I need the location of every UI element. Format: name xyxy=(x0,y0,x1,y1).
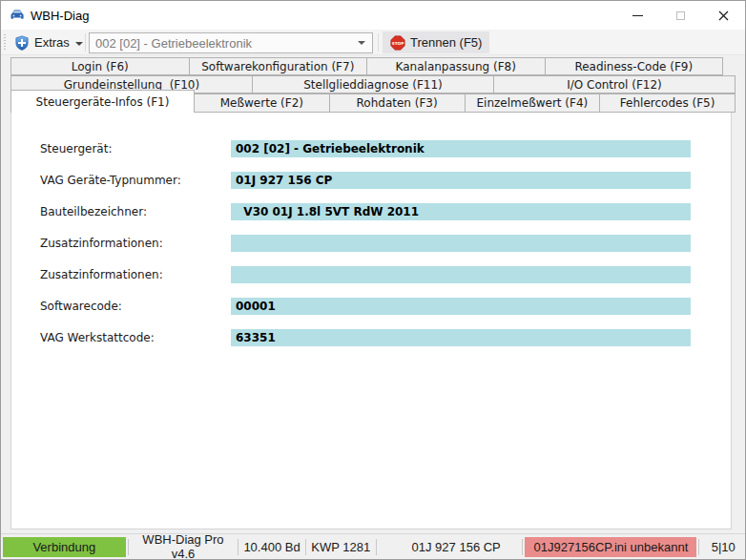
status-separator xyxy=(128,539,129,555)
info-row: VAG Geräte-Typnummer: 01J 927 156 CP xyxy=(11,172,731,189)
tab-messwerte[interactable]: Meßwerte (F2) xyxy=(194,93,330,113)
extras-label: Extras xyxy=(34,35,70,50)
tab-fehlercodes[interactable]: Fehlercodes (F5) xyxy=(599,93,736,113)
chevron-down-icon xyxy=(358,41,365,45)
field-label: Softwarecode: xyxy=(40,298,122,315)
close-icon xyxy=(718,10,729,21)
field-value-typnummer: 01J 927 156 CP xyxy=(231,172,691,189)
status-separator xyxy=(376,539,377,555)
field-label: Zusatzinformationen: xyxy=(40,235,163,252)
toolbar-separator xyxy=(378,33,379,52)
tab-io-control[interactable]: I/O Control (F12) xyxy=(493,75,736,93)
status-part-number: 01J 927 156 CP xyxy=(392,540,521,554)
app-window: WBH-Diag Extras 002 [02] - Ge xyxy=(0,0,746,560)
disconnect-button[interactable]: STOP Trennen (F5) xyxy=(383,31,489,53)
toolbar: Extras 002 [02] - Getriebeelektronik STO… xyxy=(1,30,745,55)
disconnect-label: Trennen (F5) xyxy=(410,35,482,50)
field-label: Bauteilbezeichner: xyxy=(40,203,147,220)
field-label: VAG Werkstattcode: xyxy=(40,329,155,346)
info-row: Steuergerät: 002 [02] - Getriebeelektron… xyxy=(11,140,731,157)
toolbar-separator xyxy=(85,33,86,52)
ini-warning-badge: 01J927156CP.ini unbekannt xyxy=(525,537,696,557)
field-label: VAG Geräte-Typnummer: xyxy=(40,172,181,189)
tab-row-1: Login (F6) Softwarekonfiguration (F7) Ka… xyxy=(10,57,723,75)
status-protocol: KWP 1281 xyxy=(308,540,374,554)
status-app-version: WBH-Diag Pro v4.6 xyxy=(131,532,237,560)
extras-button[interactable]: Extras xyxy=(9,31,89,53)
connection-status-badge: Verbindung hergestellt xyxy=(3,537,126,557)
tab-steuergeraete-infos[interactable]: Steuergeräte-Infos (F1) xyxy=(10,90,195,113)
titlebar: WBH-Diag xyxy=(1,1,745,30)
field-label: Steuergerät: xyxy=(40,140,112,157)
tab-readiness-code[interactable]: Readiness-Code (F9) xyxy=(545,57,724,75)
tab-einzelmesswert[interactable]: Einzelmeßwert (F4) xyxy=(465,93,601,113)
status-baud-rate: 10.400 Bd xyxy=(240,540,302,554)
field-value-werkstattcode: 63351 xyxy=(231,329,691,346)
tab-rohdaten[interactable]: Rohdaten (F3) xyxy=(329,93,466,113)
info-row: VAG Werkstattcode: 63351 xyxy=(11,329,731,346)
status-counter: 5|10 xyxy=(701,540,745,554)
tab-page-steuergeraete-infos: Steuergerät: 002 [02] - Getriebeelektron… xyxy=(10,113,732,529)
field-value-zusatzinfo-2 xyxy=(231,266,691,283)
field-value-steuergeraet: 002 [02] - Getriebeelektronik xyxy=(231,140,691,157)
field-label: Zusatzinformationen: xyxy=(40,266,163,283)
maximize-button[interactable] xyxy=(659,1,702,30)
tab-login[interactable]: Login (F6) xyxy=(10,57,190,75)
tab-softwarekonfiguration[interactable]: Softwarekonfiguration (F7) xyxy=(189,57,368,75)
device-combobox-value: 002 [02] - Getriebeelektronik xyxy=(95,36,252,51)
maximize-icon xyxy=(676,11,685,20)
field-value-softwarecode: 00001 xyxy=(231,298,691,315)
stop-icon: STOP xyxy=(390,35,405,51)
window-title: WBH-Diag xyxy=(31,9,89,23)
info-row: Softwarecode: 00001 xyxy=(11,298,731,315)
svg-text:STOP: STOP xyxy=(392,40,404,45)
minimize-icon xyxy=(632,15,643,16)
info-row: Bauteilbezeichner: V30 01J 1.8l 5VT RdW … xyxy=(11,203,731,220)
info-row: Zusatzinformationen: xyxy=(11,266,731,283)
shield-plus-icon xyxy=(14,35,30,51)
tab-stellglieddiagnose[interactable]: Stellglieddiagnose (F11) xyxy=(252,75,494,93)
car-icon xyxy=(10,8,25,23)
status-separator xyxy=(305,539,306,555)
field-value-bauteilbezeichner: V30 01J 1.8l 5VT RdW 2011 xyxy=(231,203,691,220)
status-separator xyxy=(698,539,699,555)
tab-kanalanpassung[interactable]: Kanalanpassung (F8) xyxy=(366,57,546,75)
minimize-button[interactable] xyxy=(616,1,659,30)
device-combobox[interactable]: 002 [02] - Getriebeelektronik xyxy=(89,32,373,53)
info-row: Zusatzinformationen: xyxy=(11,235,731,252)
status-separator xyxy=(238,539,238,555)
tab-row-3: Steuergeräte-Infos (F1) Meßwerte (F2) Ro… xyxy=(10,93,736,113)
statusbar: Verbindung hergestellt WBH-Diag Pro v4.6… xyxy=(1,533,745,559)
close-button[interactable] xyxy=(702,1,745,30)
status-separator xyxy=(522,539,523,555)
field-value-zusatzinfo-1 xyxy=(231,235,691,252)
toolbar-grip[interactable] xyxy=(4,34,6,51)
chevron-down-icon xyxy=(75,42,83,46)
